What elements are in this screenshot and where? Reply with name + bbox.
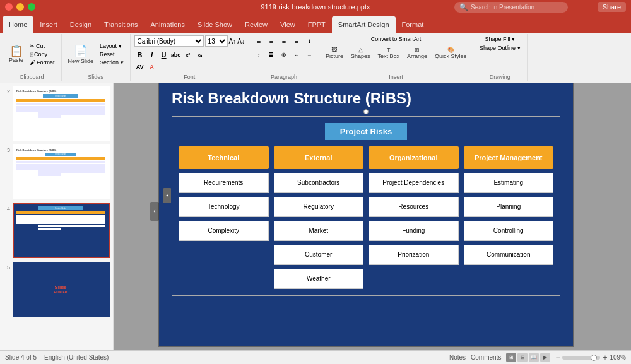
cut-button[interactable]: ✂ Cut (27, 42, 57, 50)
nav-arrow[interactable]: ‹ (150, 202, 159, 221)
arrange-button[interactable]: ⊞ Arrange (404, 45, 430, 61)
underline-button[interactable]: U (158, 49, 170, 61)
tab-smartart-design[interactable]: SmartArt Design (332, 16, 396, 33)
branch-external: External Subcontractors Regulatory Marke… (274, 146, 364, 289)
tab-insert[interactable]: Insert (33, 16, 64, 33)
maximize-button[interactable] (28, 3, 35, 11)
smartart-diagram: Project Risks Technical Requirements Tec… (179, 123, 553, 289)
paste-button[interactable]: 📋 Paste (6, 44, 26, 64)
thumb4-headers (16, 211, 105, 214)
ribbon-group-font: Calibri (Body) 13 A↑ A↓ B I U abc x² x₂ … (131, 34, 249, 81)
superscript-button[interactable]: x² (182, 49, 194, 61)
line-spacing-button[interactable]: ↕ (253, 49, 264, 61)
convert-smartart-button[interactable]: Convert to SmartArt (369, 35, 424, 43)
tab-review[interactable]: Review (239, 16, 274, 33)
tab-view[interactable]: View (274, 16, 302, 33)
font-size-select[interactable]: 13 (205, 35, 228, 47)
shape-fill-button[interactable]: Shape Fill ▾ (483, 35, 518, 43)
view-buttons: ⊞ ⊟ 📖 ▶ (506, 353, 550, 362)
new-slide-button[interactable]: 📄 New Slide (66, 43, 97, 66)
shapes-button[interactable]: △ Shapes (348, 45, 373, 61)
main-slide[interactable]: ‹ Risk Breakdown Structure (RiBS) ◂ Proj… (158, 83, 574, 347)
tab-format[interactable]: Format (396, 16, 430, 33)
slideshow-view-button[interactable]: ▶ (540, 353, 550, 362)
branch-item-regulatory: Regulatory (274, 197, 364, 217)
branch-item-market: Market (274, 221, 364, 241)
paragraph-label: Paragraph (271, 73, 297, 80)
slide-sorter-button[interactable]: ⊟ (517, 353, 528, 362)
branch-item-controlling: Controlling (464, 221, 554, 241)
char-spacing-button[interactable]: AV (134, 61, 146, 73)
normal-view-button[interactable]: ⊞ (506, 353, 516, 362)
tab-design[interactable]: Design (64, 16, 98, 33)
increase-font-button[interactable]: A↑ (229, 38, 237, 45)
font-color-button[interactable]: A (146, 61, 158, 73)
text-box-button[interactable]: T Text Box (375, 45, 402, 61)
reset-button[interactable]: Reset (97, 50, 126, 58)
layout-button[interactable]: Layout ▾ (97, 42, 126, 50)
slide-thumb-5[interactable]: 5 Slide HUNTER (3, 262, 110, 317)
tab-fppt[interactable]: FPPT (302, 16, 332, 33)
tab-slideshow[interactable]: Slide Show (191, 16, 239, 33)
close-button[interactable] (5, 3, 13, 11)
branch-item-project-dependencies: Project Dependencies (369, 173, 459, 193)
zoom-slider[interactable] (562, 356, 600, 360)
italic-button[interactable]: I (146, 49, 158, 61)
slide-thumb-2[interactable]: 2 Risk Breakdown Structure (RiBS) Projec… (3, 86, 110, 141)
slide-image-2[interactable]: Risk Breakdown Structure (RiBS) Project … (13, 86, 110, 141)
font-name-select[interactable]: Calibri (Body) (134, 35, 204, 47)
columns-button[interactable]: ⫿ (304, 35, 315, 47)
slide-thumb-3[interactable]: 3 Risk Breakdown Structure (RiBS) Projec… (3, 144, 110, 199)
branch-header-project-mgmt: Project Management (464, 146, 554, 169)
slide-thumb-4[interactable]: 4 Project Risks (3, 203, 110, 258)
arrange-icon: ⊞ (415, 47, 420, 53)
bullets-button[interactable]: ≣ (266, 49, 277, 61)
tab-home[interactable]: Home (3, 16, 33, 33)
new-slide-icon: 📄 (74, 44, 88, 58)
slide-panel[interactable]: 2 Risk Breakdown Structure (RiBS) Projec… (0, 83, 114, 350)
indent-left-button[interactable]: ← (291, 49, 302, 61)
copy-button[interactable]: ⎘ Copy (27, 50, 57, 58)
slide-image-4[interactable]: Project Risks (13, 203, 110, 258)
subscript-button[interactable]: x₂ (194, 49, 206, 61)
paragraph-row2: ↕ ≣ ① ← → (253, 49, 315, 61)
decrease-font-button[interactable]: A↓ (237, 38, 245, 45)
search-bar[interactable]: 🔍 Search in Presentation (454, 2, 568, 13)
zoom-out-button[interactable]: − (555, 353, 560, 362)
justify-button[interactable]: ≡ (291, 35, 302, 47)
thumb-canvas-4: Project Risks (14, 204, 107, 257)
zoom-in-button[interactable]: + (603, 353, 607, 362)
reading-view-button[interactable]: 📖 (529, 353, 539, 362)
format-painter-button[interactable]: 🖌 Format (27, 59, 57, 66)
rotate-handle[interactable] (363, 109, 369, 114)
tab-transitions[interactable]: Transitions (98, 16, 144, 33)
strikethrough-button[interactable]: abc (170, 49, 182, 61)
align-center-button[interactable]: ≡ (266, 35, 277, 47)
picture-button[interactable]: 🖼 Picture (323, 45, 346, 61)
bold-button[interactable]: B (134, 49, 146, 61)
collapse-arrow[interactable]: ◂ (163, 188, 171, 203)
indent-right-button[interactable]: → (304, 49, 315, 61)
comments-button[interactable]: Comments (471, 354, 501, 361)
zoom-handle[interactable] (591, 355, 597, 361)
align-left-button[interactable]: ≡ (253, 35, 264, 47)
smartart-container[interactable]: ◂ Project Risks Technical Requirements T… (172, 116, 560, 296)
slide-image-5[interactable]: Slide HUNTER (13, 262, 110, 317)
drawing-content: Shape Fill ▾ Shape Outline ▾ (477, 35, 523, 73)
ribbon-group-drawing: Shape Fill ▾ Shape Outline ▾ Drawing (473, 34, 528, 81)
thumb2-rows (16, 103, 105, 118)
minimize-button[interactable] (16, 3, 24, 11)
branch-item-subcontractors: Subcontractors (274, 173, 364, 193)
share-button[interactable]: Share (598, 2, 626, 12)
branch-item-estimating: Estimating (464, 173, 554, 193)
quick-styles-button[interactable]: 🎨 Quick Styles (432, 45, 469, 61)
shape-outline-button[interactable]: Shape Outline ▾ (477, 44, 523, 52)
title-bar: 9119-risk-breakdown-structure.pptx 🔍 Sea… (0, 0, 631, 14)
slide-image-3[interactable]: Risk Breakdown Structure (RiBS) Project … (13, 144, 110, 199)
notes-button[interactable]: Notes (449, 354, 466, 361)
section-button[interactable]: Section ▾ (97, 59, 126, 66)
tab-animations[interactable]: Animations (144, 16, 191, 33)
numbered-list-button[interactable]: ① (278, 49, 290, 61)
zoom-control: − + 109% (555, 353, 626, 362)
align-right-button[interactable]: ≡ (278, 35, 290, 47)
